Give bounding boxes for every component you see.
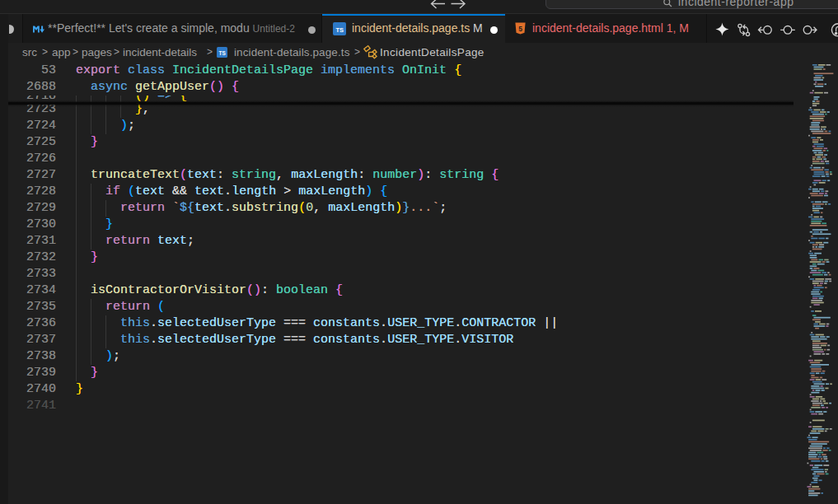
svg-text:TS: TS bbox=[336, 26, 344, 34]
svg-text:TS: TS bbox=[219, 50, 227, 56]
svg-text:5: 5 bbox=[518, 25, 522, 33]
